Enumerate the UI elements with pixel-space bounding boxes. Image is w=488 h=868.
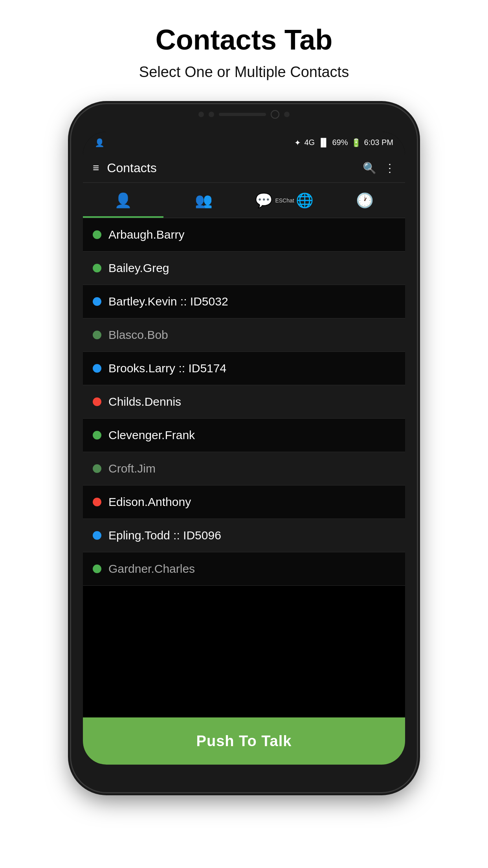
group-icon: 👥 [195, 192, 213, 209]
search-icon[interactable]: 🔍 [363, 162, 376, 175]
sensor-dot-2 [209, 112, 214, 117]
contact-name: Edison.Anthony [108, 495, 191, 509]
bluetooth-icon: ✦ [294, 138, 301, 147]
contact-item[interactable]: Epling.Todd :: ID5096 [83, 519, 405, 552]
status-indicator [93, 297, 101, 306]
globe-icon: 🌐 [296, 192, 314, 209]
status-right: ✦ 4G ▐▌ 69% 🔋 6:03 PM [294, 138, 393, 147]
wifi-signal-icon: ▐▌ [318, 138, 329, 147]
tab-chat[interactable]: 💬 ESChat 🌐 [244, 183, 325, 218]
page-title: Contacts Tab [156, 24, 333, 56]
battery-text: 69% [332, 138, 348, 147]
contact-item[interactable]: Clevenger.Frank [83, 419, 405, 452]
contact-name: Bartley.Kevin :: ID5032 [108, 295, 228, 308]
contact-item[interactable]: Childs.Dennis [83, 385, 405, 419]
contact-item[interactable]: Gardner.Charles [83, 552, 405, 586]
status-indicator [93, 498, 101, 506]
more-options-icon[interactable]: ⋮ [384, 162, 395, 175]
tab-history[interactable]: 🕐 [325, 183, 405, 218]
push-to-talk-button[interactable]: Push To Talk [83, 717, 405, 765]
header-actions: 🔍 ⋮ [363, 162, 395, 175]
contact-item[interactable]: Bartley.Kevin :: ID5032 [83, 285, 405, 318]
contact-item[interactable]: Bailey.Greg [83, 252, 405, 285]
contact-name: Childs.Dennis [108, 395, 181, 408]
phone-frame: 👤 ✦ 4G ▐▌ 69% 🔋 6:03 PM ≡ Contacts 🔍 ⋮ [71, 104, 417, 792]
ptt-label: Push To Talk [196, 733, 292, 750]
tab-contacts[interactable]: 👤 [83, 183, 163, 218]
app-header: ≡ Contacts 🔍 ⋮ [83, 153, 405, 183]
phone-screen: 👤 ✦ 4G ▐▌ 69% 🔋 6:03 PM ≡ Contacts 🔍 ⋮ [83, 132, 405, 765]
status-indicator [93, 230, 101, 239]
contact-name: Clevenger.Frank [108, 428, 195, 442]
hamburger-icon[interactable]: ≡ [93, 162, 99, 174]
status-indicator [93, 397, 101, 406]
contact-item[interactable]: Brooks.Larry :: ID5174 [83, 352, 405, 385]
app-title: Contacts [107, 161, 363, 175]
contact-list: Arbaugh.Barry Bailey.Greg Bartley.Kevin … [83, 218, 405, 717]
status-indicator [93, 431, 101, 440]
chat-icon: 💬 [255, 192, 273, 209]
contact-item[interactable]: Croft.Jim [83, 452, 405, 485]
escheat-label: ESChat [275, 197, 294, 204]
sensor-dot [198, 112, 204, 117]
contact-name: Brooks.Larry :: ID5174 [108, 362, 226, 375]
time-display: 6:03 PM [364, 138, 393, 147]
signal-icon: 4G [304, 138, 315, 147]
camera-area [198, 110, 290, 119]
status-left: 👤 [95, 138, 105, 147]
contact-name: Gardner.Charles [108, 562, 195, 576]
contact-name: Epling.Todd :: ID5096 [108, 529, 221, 542]
contact-name: Arbaugh.Barry [108, 228, 184, 241]
status-indicator [93, 264, 101, 272]
person-icon: 👤 [114, 192, 132, 209]
contact-item[interactable]: Arbaugh.Barry [83, 218, 405, 252]
tab-bar: 👤 👥 💬 ESChat 🌐 🕐 [83, 183, 405, 218]
status-indicator [93, 565, 101, 573]
tab-groups[interactable]: 👥 [163, 183, 244, 218]
status-indicator [93, 364, 101, 373]
contact-name: Croft.Jim [108, 462, 156, 475]
status-indicator [93, 464, 101, 473]
sensor-dot-3 [284, 112, 290, 117]
history-icon: 🕐 [356, 192, 374, 209]
status-bar: 👤 ✦ 4G ▐▌ 69% 🔋 6:03 PM [83, 132, 405, 153]
status-indicator [93, 531, 101, 540]
status-indicator [93, 331, 101, 339]
contact-item[interactable]: Blasco.Bob [83, 318, 405, 352]
contact-name: Bailey.Greg [108, 261, 169, 275]
location-icon: 👤 [95, 138, 105, 147]
camera-lens [271, 110, 279, 119]
contact-item[interactable]: Edison.Anthony [83, 485, 405, 519]
page-subtitle: Select One or Multiple Contacts [139, 64, 349, 81]
battery-icon: 🔋 [351, 138, 361, 147]
contact-name: Blasco.Bob [108, 328, 168, 342]
speaker [219, 113, 266, 116]
